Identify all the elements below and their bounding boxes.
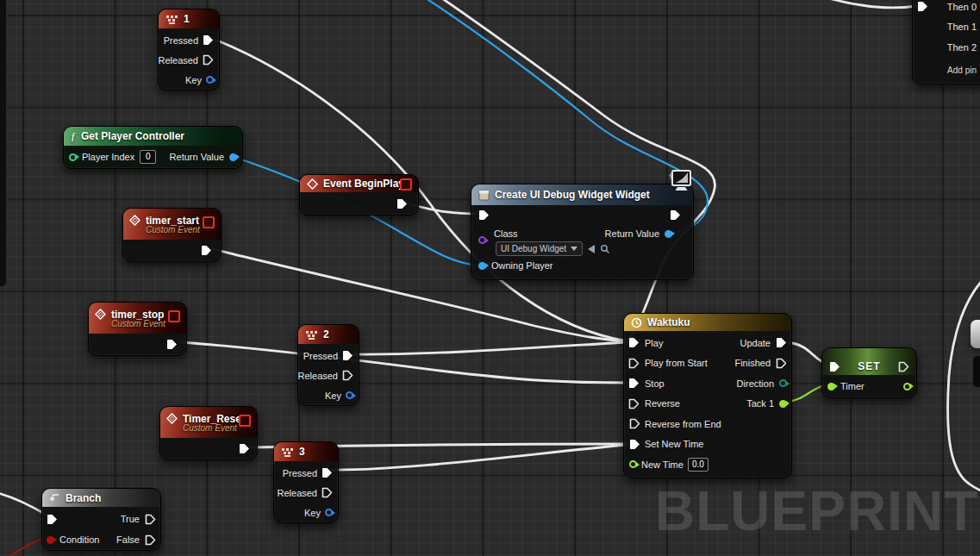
wire-branch-exec-in[interactable] xyxy=(0,492,47,515)
tack1-pin[interactable] xyxy=(779,400,787,408)
reverse-from-end-label: Reverse from End xyxy=(645,419,721,429)
compact-node-indicator[interactable] xyxy=(168,310,180,322)
tack1-label: Tack 1 xyxy=(746,398,774,409)
branch-icon xyxy=(49,492,60,503)
pressed-exec-pin[interactable] xyxy=(321,467,333,478)
use-selected-asset-icon[interactable] xyxy=(588,245,595,253)
class-select[interactable]: UI Debug Widget xyxy=(496,241,583,256)
then1-label: Then 1 xyxy=(913,17,980,38)
false-exec-pin[interactable] xyxy=(145,534,156,546)
timer-out-pin[interactable] xyxy=(903,383,911,390)
blueprint-graph-canvas[interactable]: BLUEPRINT 1 Pr xyxy=(0,0,980,556)
node-input-key-3[interactable]: 3 Pressed Released Key xyxy=(273,441,339,523)
stop-exec-pin[interactable] xyxy=(628,378,640,389)
owning-player-pin[interactable] xyxy=(478,262,486,270)
player-index-value[interactable]: 0 xyxy=(140,150,156,164)
return-value-pin[interactable] xyxy=(229,153,237,161)
direction-pin[interactable] xyxy=(779,379,787,387)
pressed-exec-pin[interactable] xyxy=(342,350,353,361)
node-title: Get Player Controller xyxy=(81,130,184,142)
true-exec-pin[interactable] xyxy=(145,514,156,525)
exec-out-pin[interactable] xyxy=(396,198,408,209)
exec-out-pin[interactable] xyxy=(166,339,178,350)
keyboard-icon xyxy=(281,447,294,457)
wire-key2-pressed-to-play[interactable] xyxy=(353,342,627,354)
pressed-label: Pressed xyxy=(164,35,198,46)
set-new-time-label: Set New Time xyxy=(645,439,703,449)
true-label: True xyxy=(121,514,140,524)
key-pin[interactable] xyxy=(346,391,353,399)
new-time-pin[interactable] xyxy=(629,460,637,468)
player-index-pin[interactable] xyxy=(69,153,77,161)
timer-var-pin[interactable] xyxy=(827,383,835,390)
exec-out-pin[interactable] xyxy=(670,209,681,221)
released-exec-pin[interactable] xyxy=(342,370,353,381)
reverse-from-end-exec-pin[interactable] xyxy=(629,418,640,429)
finished-label: Finished xyxy=(734,358,771,368)
update-exec-pin[interactable] xyxy=(776,337,787,348)
condition-pin[interactable] xyxy=(47,536,54,544)
node-set-timer[interactable]: SET Timer xyxy=(821,347,917,398)
return-value-label: Return Value xyxy=(170,152,224,162)
return-value-pin[interactable] xyxy=(665,230,672,238)
stop-label: Stop xyxy=(645,378,665,389)
node-event-beginplay[interactable]: Event BeginPlay xyxy=(299,174,419,216)
node-input-key-2[interactable]: 2 Pressed Released Key xyxy=(297,324,359,406)
browse-asset-icon[interactable] xyxy=(600,244,610,254)
play-from-start-label: Play from Start xyxy=(645,358,708,368)
class-label: Class xyxy=(494,228,518,239)
exec-in-pin[interactable] xyxy=(478,209,490,221)
wire-to-sequence[interactable] xyxy=(813,0,916,8)
pressed-exec-pin[interactable] xyxy=(203,34,214,46)
return-value-label: Return Value xyxy=(605,228,659,239)
released-exec-pin[interactable] xyxy=(321,487,333,498)
pressed-label: Pressed xyxy=(303,351,338,361)
node-sequence-partial[interactable]: Then 0 Then 1 Then 2 Add pin xyxy=(912,0,980,84)
widget-icon xyxy=(478,190,490,201)
key-pin[interactable] xyxy=(325,509,333,516)
compact-node-indicator[interactable] xyxy=(400,178,412,191)
node-subtitle: Custom Event xyxy=(146,225,200,234)
add-pin-button[interactable]: Add pin xyxy=(913,60,980,81)
wire-key3-pressed-to-set-new-time[interactable] xyxy=(332,445,627,470)
exec-in-pin[interactable] xyxy=(829,361,840,372)
play-exec-pin[interactable] xyxy=(628,337,640,348)
key-pin[interactable] xyxy=(206,76,214,84)
node-timer-start[interactable]: timer_start Custom Event xyxy=(122,208,222,262)
owning-player-label: Owning Player xyxy=(491,260,553,271)
node-timeline-waktuku[interactable]: Waktuku Play Update Play from Start Fini… xyxy=(623,313,792,478)
node-input-key-1[interactable]: 1 Pressed Released Key xyxy=(158,9,220,91)
play-from-start-exec-pin[interactable] xyxy=(628,358,640,369)
node-get-player-controller[interactable]: ƒ Get Player Controller Player Index 0 R… xyxy=(63,126,243,169)
node-create-widget[interactable]: Create UI Debug Widget Widget Class UI D… xyxy=(471,184,694,280)
class-pin[interactable] xyxy=(478,236,486,244)
finished-exec-pin[interactable] xyxy=(776,358,787,369)
exec-out-pin[interactable] xyxy=(239,443,250,454)
condition-label: Condition xyxy=(59,534,99,545)
node-timer-reset[interactable]: Timer_Reset Custom Event xyxy=(159,406,258,460)
node-title: SET xyxy=(858,360,880,372)
exec-in-pin[interactable] xyxy=(917,1,928,12)
compact-node-indicator[interactable] xyxy=(239,415,251,427)
monitor-icon xyxy=(665,169,693,195)
new-time-label: New Time xyxy=(641,459,684,470)
reverse-exec-pin[interactable] xyxy=(628,398,640,409)
exec-out-pin[interactable] xyxy=(898,361,909,372)
node-subtitle: Custom Event xyxy=(111,319,165,328)
compact-node-indicator[interactable] xyxy=(203,216,215,228)
node-timer-stop[interactable]: timer_stop Custom Event xyxy=(88,302,187,356)
set-new-time-exec-pin[interactable] xyxy=(629,439,640,450)
custom-event-icon xyxy=(166,413,178,424)
wire-timer-stop-to-stop[interactable] xyxy=(180,342,627,383)
new-time-value[interactable]: 0.0 xyxy=(688,458,708,472)
exec-out-pin[interactable] xyxy=(201,245,212,256)
node-title: Waktuku xyxy=(647,316,690,328)
chevron-down-icon xyxy=(571,247,577,251)
reverse-label: Reverse xyxy=(645,398,680,409)
play-label: Play xyxy=(645,338,663,348)
released-exec-pin[interactable] xyxy=(203,54,214,66)
key-label: Key xyxy=(185,75,202,85)
exec-in-pin[interactable] xyxy=(47,514,58,525)
node-branch[interactable]: Branch True Condition False xyxy=(41,488,161,551)
custom-event-icon xyxy=(95,309,106,320)
